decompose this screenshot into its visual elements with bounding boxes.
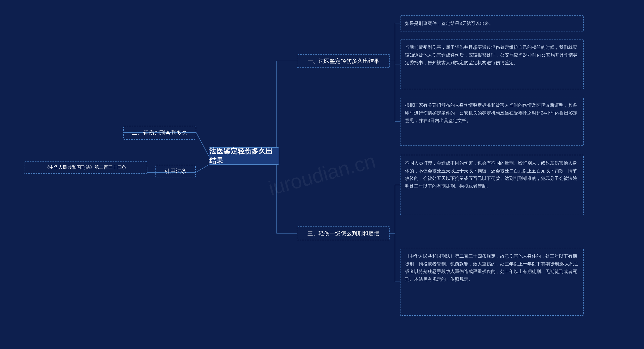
center-label: 法医鉴定轻伤多久出结果 [209,146,279,166]
content-box-5: 《中华人民共和国刑法》第二百三十四条规定，故意伤害他人身体的，处三年以下有期徒刑… [400,248,584,316]
content-5-text: 《中华人民共和国刑法》第二百三十四条规定，故意伤害他人身体的，处三年以下有期徒刑… [405,254,578,282]
content-box-2: 当我们遭受到伤害，属于轻伤并且想要通过轻伤鉴定维护自己的权益的时候，我们就应该知… [400,39,584,89]
center-node: 法医鉴定轻伤多久出结果 [209,147,279,165]
content-1-text: 如果是刑事案件，鉴定结果3天就可以出来。 [405,21,494,26]
branch-2-label: 二、轻伤判刑会判多久 [132,129,187,137]
branch-node-4: 三、轻伤一级怎么判刑和赔偿 [297,226,390,240]
branch-3-label: 引用法条 [165,167,187,175]
law-cite-label: 《中华人民共和国刑法》第二百三十四条 [45,164,126,170]
branch-1-label: 一、法医鉴定轻伤多久出结果 [307,57,379,65]
mind-map-canvas: iuroudian.cn 法医鉴定轻伤多久出结果 一、法医鉴定轻伤多久出结果 二… [0,0,644,349]
content-box-1: 如果是刑事案件，鉴定结果3天就可以出来。 [400,15,584,31]
branch-4-label: 三、轻伤一级怎么判刑和赔偿 [307,230,379,237]
branch-node-1: 一、法医鉴定轻伤多久出结果 [297,54,390,68]
watermark: iuroudian.cn [266,149,378,200]
branch-node-2: 二、轻伤判刑会判多久 [123,126,196,140]
content-3-text: 根据国家有关部门颁布的人身伤情鉴定标准和被害人当时的伤情及医院诊断证明，具备即时… [405,103,578,123]
content-box-3: 根据国家有关部门颁布的人身伤情鉴定标准和被害人当时的伤情及医院诊断证明，具备即时… [400,97,584,146]
law-cite-node: 《中华人民共和国刑法》第二百三十四条 [24,161,147,174]
branch-node-3: 引用法条 [155,165,196,177]
content-box-4: 不同人员打架，会造成不同的伤害，也会有不同的量刑。殴打别人，或故意伤害他人身体的… [400,155,584,215]
content-4-text: 不同人员打架，会造成不同的伤害，也会有不同的量刑。殴打别人，或故意伤害他人身体的… [405,161,577,189]
content-2-text: 当我们遭受到伤害，属于轻伤并且想要通过轻伤鉴定维护自己的权益的时候，我们就应该知… [405,45,578,65]
